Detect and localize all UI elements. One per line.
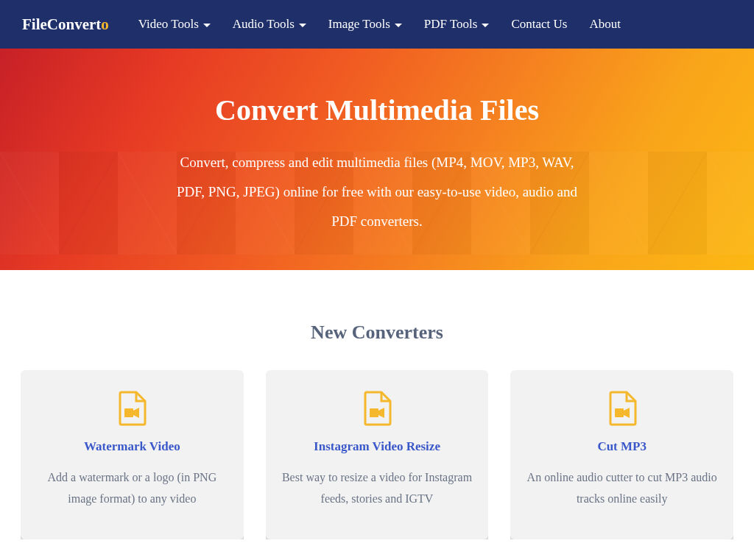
card-title: Watermark Video <box>35 439 229 454</box>
section-title: New Converters <box>0 322 754 344</box>
hero-subtitle: Convert, compress and edit multimedia fi… <box>171 148 583 236</box>
card-desc: Add a watermark or a logo (in PNG image … <box>35 467 229 510</box>
nav-label: About <box>589 17 621 32</box>
hero: Convert Multimedia Files Convert, compre… <box>0 49 754 270</box>
nav-contact-us[interactable]: Contact Us <box>511 17 567 32</box>
svg-rect-1 <box>370 408 378 417</box>
nav-pdf-tools[interactable]: PDF Tools <box>424 17 490 32</box>
navbar: FileConverto Video Tools Audio Tools Ima… <box>0 0 754 49</box>
nav-items: Video Tools Audio Tools Image Tools PDF … <box>138 17 621 32</box>
card-title: Instagram Video Resize <box>281 439 474 454</box>
file-video-icon <box>607 391 637 426</box>
card-title: Cut MP3 <box>525 439 719 454</box>
svg-rect-2 <box>615 408 624 417</box>
card-cut-mp3[interactable]: Cut MP3 An online audio cutter to cut MP… <box>510 370 733 539</box>
nav-video-tools[interactable]: Video Tools <box>138 17 211 32</box>
card-watermark-video[interactable]: Watermark Video Add a watermark or a log… <box>21 370 244 539</box>
brand-suffix: o <box>101 15 109 33</box>
nav-label: Image Tools <box>328 17 390 32</box>
converter-cards: Watermark Video Add a watermark or a log… <box>0 370 754 539</box>
card-desc: Best way to resize a video for Instagram… <box>281 467 474 510</box>
file-video-icon <box>117 391 147 426</box>
brand-prefix: FileConvert <box>22 15 101 33</box>
chevron-down-icon <box>395 24 402 27</box>
file-video-icon <box>362 391 392 426</box>
nav-about[interactable]: About <box>589 17 621 32</box>
chevron-down-icon <box>299 24 306 27</box>
brand-logo[interactable]: FileConverto <box>22 15 109 34</box>
nav-label: PDF Tools <box>424 17 478 32</box>
chevron-down-icon <box>203 24 211 27</box>
svg-rect-0 <box>124 408 133 417</box>
chevron-down-icon <box>482 24 489 27</box>
nav-label: Contact Us <box>511 17 567 32</box>
nav-label: Audio Tools <box>233 17 295 32</box>
nav-image-tools[interactable]: Image Tools <box>328 17 402 32</box>
nav-label: Video Tools <box>138 17 199 32</box>
hero-title: Convert Multimedia Files <box>0 93 754 127</box>
card-desc: An online audio cutter to cut MP3 audio … <box>525 467 719 510</box>
nav-audio-tools[interactable]: Audio Tools <box>233 17 306 32</box>
card-instagram-resize[interactable]: Instagram Video Resize Best way to resiz… <box>266 370 489 539</box>
